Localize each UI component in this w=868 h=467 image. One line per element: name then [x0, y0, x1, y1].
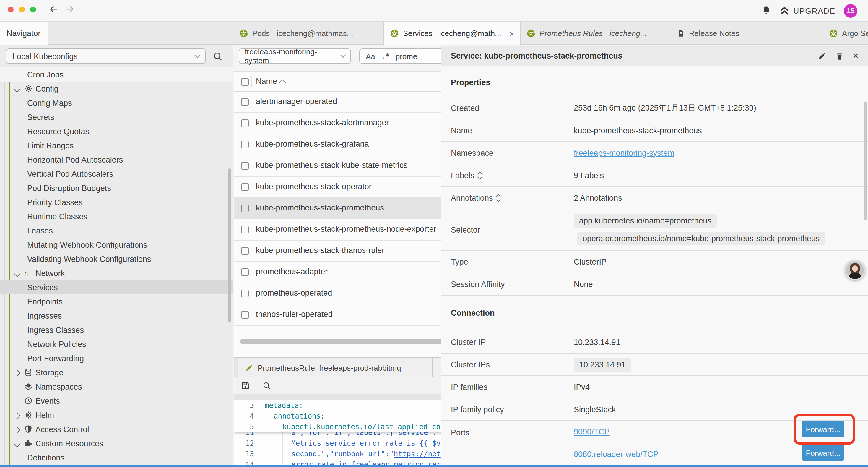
kubernetes-icon: [390, 29, 399, 38]
property-row-labels: Labels 9 Labels: [441, 164, 868, 187]
forward-button[interactable]: Forward...: [802, 444, 844, 461]
back-arrow-icon[interactable]: [49, 4, 59, 14]
clock-icon: [24, 397, 32, 405]
sidebar-item-cron-jobs[interactable]: Cron Jobs: [0, 67, 233, 82]
selector-badge: operator.prometheus.io/name=kube-prometh…: [577, 232, 825, 245]
sidebar-item-runtime-classes[interactable]: Runtime Classes: [0, 209, 233, 224]
tab-services[interactable]: Services - icecheng@math... ×: [384, 22, 521, 45]
sidebar-item-ingress-classes[interactable]: Ingress Classes: [0, 323, 233, 337]
sidebar-item-definitions[interactable]: Definitions: [0, 450, 233, 465]
close-window-button[interactable]: [8, 6, 13, 12]
property-row-created: Created 253d 16h 6m ago (2025年1月13日 GMT+…: [441, 97, 868, 119]
sidebar-item-mutating-webhook-configurations[interactable]: Mutating Webhook Configurations: [0, 238, 233, 252]
forward-arrow-icon[interactable]: [65, 4, 75, 14]
search-icon[interactable]: [213, 52, 223, 61]
search-value: prome: [396, 52, 417, 61]
select-all-checkbox[interactable]: [241, 78, 249, 86]
cluster-select[interactable]: Local Kubeconfigs: [6, 49, 206, 64]
panel-scrollbar-thumb[interactable]: [864, 102, 867, 220]
chevron-right-icon: [14, 426, 21, 433]
edit-button[interactable]: [818, 52, 826, 60]
row-checkbox[interactable]: [241, 226, 249, 233]
row-checkbox[interactable]: [241, 98, 249, 106]
sidebar-item-resource-quotas[interactable]: Resource Quotas: [0, 124, 233, 138]
maximize-window-button[interactable]: [30, 6, 36, 12]
titlebar: UPGRADE 15: [0, 0, 868, 21]
window-accent-bar: [0, 465, 868, 467]
sidebar-group-access-control[interactable]: Access Control: [0, 422, 233, 436]
table-hscrollbar-thumb[interactable]: [240, 339, 464, 344]
sidebar-item-events[interactable]: Events: [0, 394, 233, 408]
property-row-selector: Selector app.kubernetes.io/name=promethe…: [441, 209, 868, 251]
indent-guide: [265, 432, 265, 465]
expand-toggle-icon[interactable]: [497, 195, 500, 201]
upgrade-button[interactable]: UPGRADE: [779, 6, 836, 16]
sidebar-scrollbar-thumb[interactable]: [228, 169, 231, 322]
code-link[interactable]: https://net: [394, 450, 441, 458]
row-checkbox[interactable]: [241, 247, 249, 255]
sidebar-item-leases[interactable]: Leases: [0, 224, 233, 238]
sidebar-item-secrets[interactable]: Secrets: [0, 110, 233, 124]
sidebar-item-services[interactable]: Services: [0, 280, 233, 294]
save-button[interactable]: [241, 381, 250, 390]
delete-button[interactable]: [836, 52, 843, 60]
chevron-right-icon: [14, 412, 21, 419]
upgrade-label: UPGRADE: [793, 6, 836, 15]
chevron-right-icon: [14, 370, 21, 376]
chevron-down-icon: [14, 440, 21, 447]
notifications-bell-icon[interactable]: [761, 5, 771, 16]
sidebar-item-limit-ranges[interactable]: Limit Ranges: [0, 138, 233, 152]
gear-icon: [24, 85, 32, 93]
navigator-panel-tab[interactable]: Navigator: [0, 22, 48, 45]
sidebar-group-custom-resources[interactable]: Custom Resources: [0, 436, 233, 450]
sidebar-group-storage[interactable]: Storage: [0, 365, 233, 380]
dock-tab-prometheusrule[interactable]: PrometheusRule: freeleaps-prod-rabbitmq: [238, 358, 433, 378]
sidebar-item-port-forwarding[interactable]: Port Forwarding: [0, 351, 233, 365]
tab-pods[interactable]: Pods - icecheng@mathmas...: [234, 22, 384, 45]
namespace-select[interactable]: freeleaps-monitoring-system: [239, 49, 351, 64]
row-checkbox[interactable]: [241, 205, 249, 212]
panel-header: Service: kube-prometheus-stack-prometheu…: [441, 46, 868, 66]
sidebar-item-endpoints[interactable]: Endpoints: [0, 294, 233, 309]
property-row-cluster-ip: Cluster IP 10.233.14.91: [441, 331, 868, 353]
row-checkbox[interactable]: [241, 311, 249, 319]
expand-toggle-icon[interactable]: [478, 172, 482, 178]
sidebar-item-validating-webhook-configurations[interactable]: Validating Webhook Configurations: [0, 252, 233, 266]
tab-argo[interactable]: Argo Se: [823, 22, 868, 45]
column-header-name[interactable]: Name: [256, 77, 277, 86]
row-checkbox[interactable]: [241, 290, 249, 297]
sidebar-group-config[interactable]: Config: [0, 82, 233, 96]
port-link[interactable]: 9090/TCP: [574, 428, 610, 436]
row-checkbox[interactable]: [241, 162, 249, 170]
property-row-ip-families: IP families IPv4: [441, 376, 868, 399]
close-panel-button[interactable]: ×: [852, 52, 859, 60]
sidebar-item-vertical-pod-autoscalers[interactable]: Vertical Pod Autoscalers: [0, 167, 233, 181]
sidebar-item-ingresses[interactable]: Ingresses: [0, 309, 233, 323]
sidebar-group-network[interactable]: ↑↓ Network: [0, 266, 233, 280]
layers-icon: [24, 382, 32, 391]
sidebar-item-config-maps[interactable]: Config Maps: [0, 96, 233, 110]
property-row-namespace: Namespace freeleaps-monitoring-system: [441, 142, 868, 164]
case-sensitive-toggle[interactable]: Aa: [366, 52, 375, 61]
namespace-link[interactable]: freeleaps-monitoring-system: [574, 148, 675, 157]
editor-search-button[interactable]: [262, 381, 271, 390]
sidebar-item-pod-disruption-budgets[interactable]: Pod Disruption Budgets: [0, 181, 233, 195]
sidebar-item-priority-classes[interactable]: Priority Classes: [0, 195, 233, 209]
row-checkbox[interactable]: [241, 141, 249, 148]
tab-prometheus-rules[interactable]: Prometheus Rules - icecheng...: [521, 22, 671, 45]
minimize-window-button[interactable]: [19, 6, 25, 12]
row-checkbox[interactable]: [241, 183, 249, 191]
database-icon: [24, 368, 32, 377]
row-checkbox[interactable]: [241, 268, 249, 276]
close-tab-icon[interactable]: ×: [506, 29, 514, 38]
tab-release-notes[interactable]: Release Notes: [671, 22, 823, 45]
sidebar-item-horizontal-pod-autoscalers[interactable]: Horizontal Pod Autoscalers: [0, 152, 233, 167]
notification-count-badge[interactable]: 15: [844, 4, 857, 18]
sidebar-item-namespaces[interactable]: Namespaces: [0, 380, 233, 394]
sidebar-item-network-policies[interactable]: Network Policies: [0, 337, 233, 351]
regex-toggle[interactable]: .*: [381, 52, 390, 60]
row-checkbox[interactable]: [241, 119, 249, 127]
sidebar-group-helm[interactable]: Helm: [0, 408, 233, 422]
network-arrows-icon: ↑↓: [24, 269, 32, 276]
port-link[interactable]: 8080:reloader-web/TCP: [574, 450, 658, 459]
